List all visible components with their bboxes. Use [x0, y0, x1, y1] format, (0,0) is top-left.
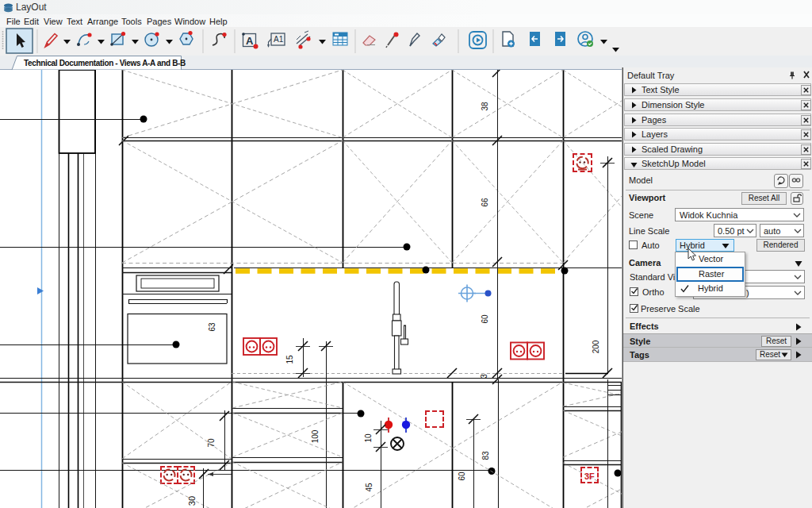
svg-text:30: 30 [187, 496, 197, 506]
svg-text:100: 100 [311, 429, 320, 443]
svg-text:45: 45 [365, 483, 373, 492]
svg-text:3: 3 [480, 374, 488, 379]
svg-text:60: 60 [458, 471, 466, 481]
svg-text:200: 200 [592, 340, 600, 353]
svg-text:83: 83 [481, 451, 490, 460]
svg-text:63: 63 [208, 322, 216, 332]
svg-text:66: 66 [481, 198, 489, 207]
svg-text:A1: A1 [274, 35, 284, 44]
svg-text:70: 70 [207, 438, 216, 448]
svg-text:38: 38 [481, 102, 489, 111]
svg-text:15: 15 [285, 355, 294, 364]
svg-text:3F: 3F [584, 471, 595, 481]
svg-text:10: 10 [364, 433, 373, 443]
svg-text:A: A [246, 35, 254, 47]
svg-text:60: 60 [481, 314, 489, 324]
